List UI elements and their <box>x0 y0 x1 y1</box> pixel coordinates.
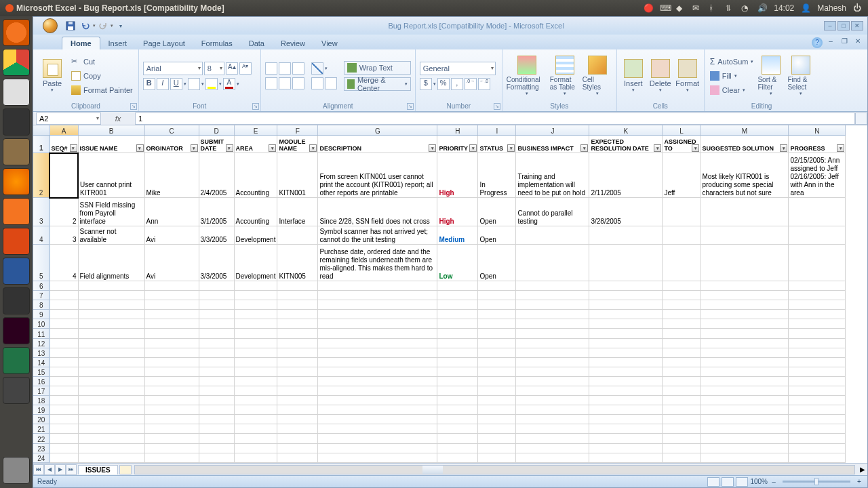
cell[interactable] <box>78 434 144 443</box>
cell[interactable] <box>437 386 478 396</box>
borders-button[interactable] <box>188 78 200 90</box>
launcher-gedit[interactable] <box>3 79 30 106</box>
cell[interactable] <box>589 424 663 434</box>
cell[interactable] <box>437 319 478 329</box>
cell[interactable] <box>478 291 516 300</box>
cell[interactable] <box>277 376 318 386</box>
cell[interactable] <box>50 357 78 367</box>
cell[interactable] <box>50 443 78 453</box>
select-all-corner[interactable] <box>33 125 50 136</box>
column-header[interactable]: M <box>701 125 789 136</box>
cell[interactable] <box>663 405 701 415</box>
maximize-button[interactable]: □ <box>837 21 850 30</box>
cell[interactable] <box>144 443 199 453</box>
cell[interactable] <box>789 367 846 376</box>
align-top-button[interactable] <box>265 62 277 75</box>
cell[interactable] <box>50 424 78 434</box>
cell[interactable] <box>78 453 144 462</box>
cell[interactable] <box>789 319 846 329</box>
cell[interactable] <box>516 424 589 434</box>
cell[interactable] <box>144 300 199 310</box>
cell[interactable] <box>516 357 589 367</box>
cell[interactable] <box>78 348 144 357</box>
cell[interactable] <box>277 291 318 300</box>
row-header[interactable]: 6 <box>33 281 50 290</box>
cell[interactable]: Purchase date, ordered date and the rema… <box>318 244 437 281</box>
font-color-button[interactable]: A <box>223 78 235 90</box>
row-header[interactable]: 7 <box>33 291 50 300</box>
cell[interactable]: SSN Field missing from Payroll interface <box>78 198 144 226</box>
sheet-tab-issues[interactable]: ISSUES <box>78 465 118 474</box>
cell[interactable]: KITN005 <box>277 244 318 281</box>
cell[interactable] <box>50 291 78 300</box>
launcher-dash[interactable] <box>3 19 30 46</box>
cell[interactable] <box>318 434 437 443</box>
cell[interactable] <box>516 281 589 290</box>
cell[interactable] <box>478 424 516 434</box>
launcher-downloads[interactable] <box>3 287 30 314</box>
cell[interactable] <box>234 415 277 424</box>
italic-button[interactable]: I <box>157 78 169 90</box>
font-name-select[interactable]: Arial <box>143 62 203 75</box>
cell[interactable]: Accounting <box>234 153 277 198</box>
cell[interactable] <box>589 226 663 244</box>
cell[interactable]: Medium <box>437 226 478 244</box>
copy-button[interactable]: Copy <box>70 69 134 83</box>
qat-customize[interactable]: ▾ <box>114 20 127 32</box>
cell[interactable] <box>663 226 701 244</box>
cell[interactable] <box>701 281 789 290</box>
cell[interactable] <box>50 310 78 319</box>
cell[interactable] <box>234 348 277 357</box>
cell[interactable] <box>516 405 589 415</box>
table-header-cell[interactable]: PROGRESS▾ <box>789 136 846 153</box>
cell[interactable]: KITN001 <box>277 153 318 198</box>
launcher-sublime[interactable] <box>3 108 30 136</box>
filter-dropdown[interactable]: ▾ <box>70 144 77 152</box>
cell[interactable] <box>437 434 478 443</box>
sheet-last[interactable]: ⏭ <box>66 464 77 475</box>
cell[interactable] <box>234 291 277 300</box>
cell[interactable]: 2/4/2005 <box>199 153 234 198</box>
cell[interactable] <box>789 424 846 434</box>
table-header-cell[interactable]: MODULE NAME▾ <box>277 136 318 153</box>
cell[interactable] <box>234 405 277 415</box>
tab-formulas[interactable]: Formulas <box>193 37 241 49</box>
cell[interactable] <box>277 310 318 319</box>
cell[interactable] <box>663 424 701 434</box>
cell[interactable] <box>478 281 516 290</box>
cell[interactable] <box>199 396 234 405</box>
cell[interactable] <box>318 367 437 376</box>
wifi-icon[interactable]: ◔ <box>741 3 751 13</box>
cell[interactable] <box>701 376 789 386</box>
cell[interactable] <box>199 405 234 415</box>
cell[interactable] <box>144 319 199 329</box>
cell[interactable]: Ann <box>144 198 199 226</box>
row-header[interactable]: 14 <box>33 357 50 367</box>
row-header[interactable]: 5 <box>33 244 50 281</box>
cell[interactable] <box>663 396 701 405</box>
align-bottom-button[interactable] <box>292 62 304 75</box>
cell[interactable] <box>318 338 437 348</box>
cell[interactable] <box>437 329 478 338</box>
cell[interactable] <box>234 357 277 367</box>
ubuntu-close-icon[interactable] <box>5 4 14 12</box>
cell[interactable]: 3 <box>50 226 78 244</box>
cell[interactable] <box>234 386 277 396</box>
align-right-button[interactable] <box>292 77 304 89</box>
cell[interactable] <box>516 319 589 329</box>
column-header[interactable]: D <box>199 125 234 136</box>
launcher-writer[interactable] <box>3 258 30 285</box>
decrease-decimal-button[interactable]: ←.0 <box>478 78 490 90</box>
row-header[interactable]: 18 <box>33 396 50 405</box>
cell[interactable] <box>789 244 846 281</box>
cell[interactable] <box>789 226 846 244</box>
row-header[interactable]: 16 <box>33 376 50 386</box>
cell[interactable] <box>478 396 516 405</box>
cell[interactable] <box>589 338 663 348</box>
cell[interactable]: Open <box>478 226 516 244</box>
sheet-next[interactable]: ▶ <box>55 464 66 475</box>
cell[interactable] <box>701 310 789 319</box>
cell[interactable] <box>478 329 516 338</box>
cell[interactable] <box>144 424 199 434</box>
cell[interactable] <box>199 357 234 367</box>
